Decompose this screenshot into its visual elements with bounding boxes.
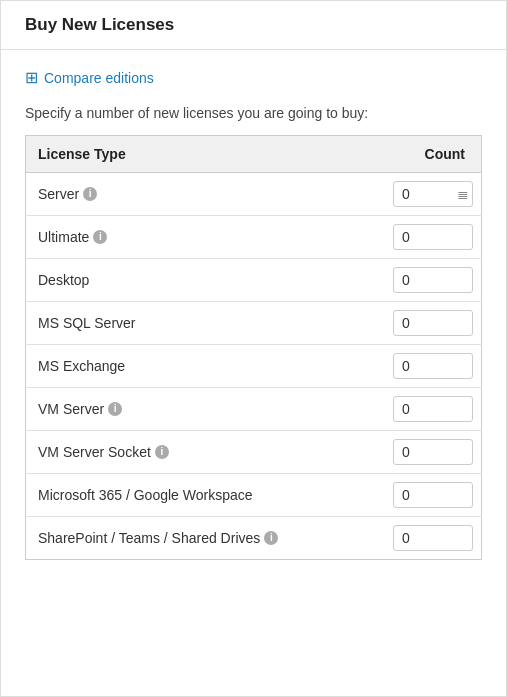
table-row: Serveri≣: [26, 173, 482, 216]
license-table: License Type Count Serveri≣UltimateiDesk…: [25, 135, 482, 560]
col-license-type: License Type: [26, 136, 362, 173]
license-name-cell: Microsoft 365 / Google Workspace: [26, 474, 362, 517]
col-count: Count: [362, 136, 482, 173]
count-cell: ≣: [362, 173, 482, 216]
info-icon[interactable]: i: [155, 445, 169, 459]
license-name-text: VM Server Socketi: [38, 444, 350, 460]
description-text: Specify a number of new licenses you are…: [25, 105, 482, 121]
count-cell: [362, 474, 482, 517]
panel-header: Buy New Licenses: [1, 1, 506, 50]
license-name-cell: SharePoint / Teams / Shared Drivesi: [26, 517, 362, 560]
license-name-cell: Ultimatei: [26, 216, 362, 259]
license-name-text: MS SQL Server: [38, 315, 350, 331]
table-row: SharePoint / Teams / Shared Drivesi: [26, 517, 482, 560]
license-name-cell: Serveri: [26, 173, 362, 216]
license-name-text: Desktop: [38, 272, 350, 288]
info-icon[interactable]: i: [93, 230, 107, 244]
count-cell: [362, 216, 482, 259]
license-name-text: Serveri: [38, 186, 350, 202]
license-name-cell: VM Server Socketi: [26, 431, 362, 474]
count-input[interactable]: [393, 439, 473, 465]
count-input-wrapper: [374, 482, 474, 508]
count-cell: [362, 388, 482, 431]
count-input-wrapper: [374, 525, 474, 551]
count-input[interactable]: [393, 396, 473, 422]
license-name-text: SharePoint / Teams / Shared Drivesi: [38, 530, 350, 546]
input-with-rows-icon: ≣: [393, 181, 473, 207]
count-input-wrapper: [374, 310, 474, 336]
count-input-wrapper: ≣: [374, 181, 474, 207]
count-cell: [362, 259, 482, 302]
table-row: MS Exchange: [26, 345, 482, 388]
info-icon[interactable]: i: [108, 402, 122, 416]
count-input-wrapper: [374, 396, 474, 422]
table-header-row: License Type Count: [26, 136, 482, 173]
page-title: Buy New Licenses: [25, 15, 174, 34]
count-input-wrapper: [374, 267, 474, 293]
table-row: Desktop: [26, 259, 482, 302]
count-input[interactable]: [393, 224, 473, 250]
count-input[interactable]: [393, 525, 473, 551]
license-name-text: Microsoft 365 / Google Workspace: [38, 487, 350, 503]
info-icon[interactable]: i: [83, 187, 97, 201]
count-input[interactable]: [393, 482, 473, 508]
table-row: MS SQL Server: [26, 302, 482, 345]
table-row: Ultimatei: [26, 216, 482, 259]
panel-body: ⊞ Compare editions Specify a number of n…: [1, 50, 506, 578]
compare-icon: ⊞: [25, 68, 38, 87]
count-input-wrapper: [374, 353, 474, 379]
table-row: VM Serveri: [26, 388, 482, 431]
license-name-cell: Desktop: [26, 259, 362, 302]
count-input-wrapper: [374, 224, 474, 250]
count-cell: [362, 345, 482, 388]
count-cell: [362, 431, 482, 474]
count-cell: [362, 517, 482, 560]
license-name-cell: MS SQL Server: [26, 302, 362, 345]
count-input-wrapper: [374, 439, 474, 465]
table-row: Microsoft 365 / Google Workspace: [26, 474, 482, 517]
count-input[interactable]: [393, 181, 473, 207]
count-input[interactable]: [393, 310, 473, 336]
license-name-text: VM Serveri: [38, 401, 350, 417]
buy-licenses-panel: Buy New Licenses ⊞ Compare editions Spec…: [0, 0, 507, 697]
license-name-cell: VM Serveri: [26, 388, 362, 431]
license-name-text: MS Exchange: [38, 358, 350, 374]
compare-editions-label: Compare editions: [44, 70, 154, 86]
info-icon[interactable]: i: [264, 531, 278, 545]
count-cell: [362, 302, 482, 345]
table-row: VM Server Socketi: [26, 431, 482, 474]
count-input[interactable]: [393, 353, 473, 379]
compare-editions-link[interactable]: ⊞ Compare editions: [25, 68, 154, 87]
count-input[interactable]: [393, 267, 473, 293]
license-name-text: Ultimatei: [38, 229, 350, 245]
license-name-cell: MS Exchange: [26, 345, 362, 388]
